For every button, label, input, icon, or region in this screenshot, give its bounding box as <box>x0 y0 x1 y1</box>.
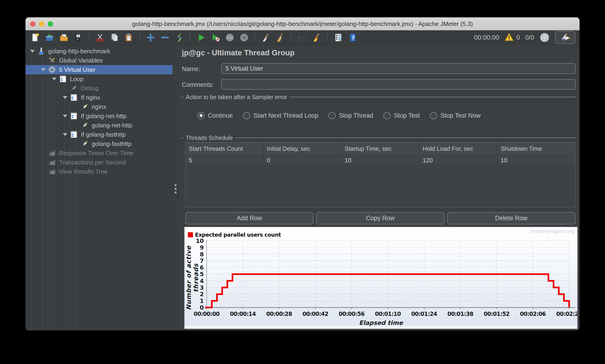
chart-icon <box>48 168 56 176</box>
tree-item[interactable]: golang-http-benchmark <box>26 47 172 56</box>
search-icon[interactable] <box>296 32 308 43</box>
cut-icon[interactable] <box>94 32 106 43</box>
svg-text:00:02:06: 00:02:06 <box>520 311 546 317</box>
expander-icon[interactable] <box>60 115 70 117</box>
tree-item[interactable]: Global Variables <box>26 56 172 65</box>
expander-icon[interactable] <box>60 133 70 136</box>
tree-item[interactable]: golang-fasthttp <box>26 139 172 148</box>
zoom-button[interactable] <box>48 21 53 27</box>
table-header-cell[interactable]: Start Threads Count <box>185 143 263 155</box>
tree-item[interactable]: Response Times Over Time <box>26 148 172 158</box>
copy-row-button[interactable]: Copy Row <box>316 212 444 224</box>
name-input[interactable] <box>221 63 576 74</box>
save-icon[interactable] <box>73 32 84 43</box>
search-reset-icon[interactable] <box>311 32 322 43</box>
tree-item[interactable]: View Results Tree <box>26 167 172 176</box>
delete-row-button[interactable]: Delete Row <box>447 212 575 224</box>
clear-icon[interactable] <box>260 32 271 43</box>
tree-item[interactable]: nginx <box>26 102 172 111</box>
tree-item[interactable]: 5 Virtual User <box>26 65 172 74</box>
threads-schedule-table: Start Threads CountInitial Delay, secSta… <box>185 142 575 208</box>
tree-item-label: golang-http-benchmark <box>48 48 110 55</box>
svg-text:00:02:20: 00:02:20 <box>556 311 577 317</box>
table-header-cell[interactable]: Hold Load For, sec <box>420 143 498 155</box>
collapse-all-icon[interactable] <box>159 32 171 43</box>
table-cell[interactable]: 10 <box>497 155 575 166</box>
radio-stop-thread[interactable]: Stop Thread <box>329 112 373 119</box>
add-row-button[interactable]: Add Row <box>185 212 313 224</box>
table-buttons: Add RowCopy RowDelete Row <box>185 212 575 224</box>
tree-item-label: Transactions per Second <box>59 159 126 166</box>
expander-icon[interactable] <box>50 78 59 80</box>
new-file-icon[interactable] <box>30 32 41 43</box>
plugins-manager-button[interactable] <box>555 31 575 44</box>
tree-item-label: nginx <box>92 103 106 110</box>
controller-icon <box>59 75 67 83</box>
radio-start-next-thread-loop[interactable]: Start Next Thread Loop <box>243 112 318 119</box>
chart-icon <box>48 149 56 157</box>
toolbar-separator <box>327 33 328 42</box>
sampler-error-options: ContinueStart Next Thread LoopStop Threa… <box>197 111 481 120</box>
radio-label: Stop Thread <box>339 112 373 119</box>
svg-text:1: 1 <box>200 298 204 304</box>
tree-item[interactable]: Transactions per Second <box>26 158 172 167</box>
start-no-timers-icon[interactable] <box>210 32 221 43</box>
radio-stop-test[interactable]: Stop Test <box>383 112 420 119</box>
expander-icon[interactable] <box>28 50 37 52</box>
table-header-cell[interactable]: Startup Time, sec <box>342 143 420 155</box>
svg-text:?: ? <box>352 35 355 41</box>
table-data-row: 501012010 <box>185 155 575 166</box>
open-file-icon[interactable] <box>58 32 69 43</box>
radio-continue[interactable]: Continue <box>197 112 233 119</box>
svg-text:STOP: STOP <box>226 37 233 39</box>
toolbar-status: 00:00:00 0 0/0 <box>474 31 575 44</box>
expander-icon[interactable] <box>60 96 70 99</box>
close-button[interactable] <box>30 21 35 27</box>
panel-splitter[interactable] <box>172 45 178 330</box>
sampler-error-section-header: Action to be taken after a Sampler error <box>181 94 576 100</box>
paste-icon[interactable] <box>123 32 134 43</box>
expand-all-icon[interactable] <box>145 32 156 43</box>
tree-item[interactable]: Loop <box>26 74 172 84</box>
function-helper-icon[interactable] <box>333 32 344 43</box>
svg-text:00:00:14: 00:00:14 <box>230 311 256 317</box>
help-icon[interactable]: ? <box>347 32 358 43</box>
table-header-row: Start Threads CountInitial Delay, secSta… <box>185 143 575 155</box>
toolbar: STOP? 00:00:00 0 0/0 <box>26 30 579 45</box>
gear-icon <box>48 65 56 74</box>
radio-stop-test-now[interactable]: Stop Test Now <box>430 112 481 119</box>
table-cell[interactable]: 0 <box>263 155 342 166</box>
svg-text:3: 3 <box>200 284 204 291</box>
start-icon[interactable] <box>196 32 207 43</box>
clear-all-icon[interactable] <box>275 32 286 43</box>
toolbar-separator <box>190 33 190 42</box>
expander-icon[interactable] <box>39 68 48 71</box>
toolbar-separator <box>89 33 89 42</box>
table-cell[interactable]: 5 <box>185 155 263 166</box>
svg-text:4: 4 <box>200 278 204 284</box>
templates-icon[interactable] <box>44 32 55 43</box>
config-panel: jp@gc - Ultimate Thread Group Name: Comm… <box>178 45 579 330</box>
table-header-cell[interactable]: Shutdown Time <box>497 143 575 155</box>
tree-item[interactable]: golang-net-http <box>26 121 172 130</box>
threads-preview-chart: jmeter-plugins.org Expected parallel use… <box>184 227 578 329</box>
tree-item-label: If nginx <box>81 94 100 101</box>
shutdown-icon[interactable] <box>238 32 250 43</box>
toggle-icon[interactable] <box>174 32 185 43</box>
table-header-cell[interactable]: Initial Delay, sec <box>263 143 342 155</box>
table-cell[interactable]: 120 <box>420 155 498 166</box>
tree-item[interactable]: If golang-fasthttp <box>26 130 172 139</box>
table-cell[interactable]: 10 <box>342 155 420 166</box>
svg-text:00:01:38: 00:01:38 <box>447 311 473 317</box>
tree-item[interactable]: If nginx <box>26 93 172 102</box>
warning-icon[interactable] <box>504 32 514 43</box>
tree-item[interactable]: If golang-net-http <box>26 111 172 121</box>
controller-icon <box>70 130 78 139</box>
comments-input[interactable] <box>221 79 576 90</box>
stop-icon[interactable]: STOP <box>224 32 235 43</box>
minimize-button[interactable] <box>39 21 44 27</box>
radio-circle-icon <box>329 112 336 119</box>
tree-item[interactable]: Debug <box>26 84 172 93</box>
copy-icon[interactable] <box>109 32 120 43</box>
toolbar-separator <box>291 33 291 42</box>
